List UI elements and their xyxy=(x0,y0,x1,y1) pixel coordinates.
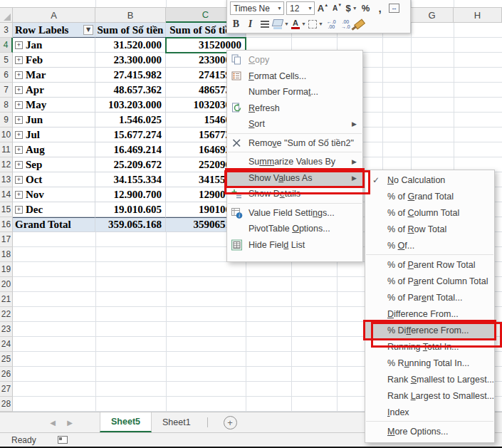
pivot-row-label[interactable]: +Dec xyxy=(13,202,95,217)
row-header-7[interactable]: 7 xyxy=(0,83,13,98)
column-header-H[interactable]: H xyxy=(454,8,502,22)
submenu-item-of[interactable]: % Of... xyxy=(365,237,494,254)
next-sheet-arrow-icon[interactable]: ▶ xyxy=(61,412,78,432)
row-header-8[interactable]: 8 xyxy=(0,98,13,113)
pivot-value-sum1[interactable]: 15.677.274 xyxy=(95,127,166,142)
pivot-value-sum1[interactable]: 1.546.025 xyxy=(95,113,166,127)
menu-item-show-details[interactable]: Show Details xyxy=(227,186,362,202)
row-header-18[interactable]: 18 xyxy=(0,247,13,262)
pivot-row-label[interactable]: +Jul xyxy=(13,127,95,142)
row-header-22[interactable]: 22 xyxy=(0,307,13,322)
row-header-15[interactable]: 15 xyxy=(0,202,13,217)
submenu-item-of-parent-row-total[interactable]: % of Parent Row Total xyxy=(365,256,494,273)
comma-style-icon[interactable]: , xyxy=(374,1,386,15)
merge-center-icon[interactable]: ↔ xyxy=(388,1,400,15)
row-header-6[interactable]: 6 xyxy=(0,68,13,83)
font-name-combo[interactable]: Times Ne ▼ xyxy=(230,1,284,15)
row-header-11[interactable]: 11 xyxy=(0,142,13,157)
row-header-25[interactable]: 25 xyxy=(0,352,13,367)
row-header-13[interactable]: 13 xyxy=(0,172,13,187)
row-header-16[interactable]: 16 xyxy=(0,217,13,232)
column-header-G[interactable]: G xyxy=(411,8,454,22)
row-header-14[interactable]: 14 xyxy=(0,187,13,202)
pivot-row-label[interactable]: +Mar xyxy=(13,68,95,83)
row-header-19[interactable]: 19 xyxy=(0,262,13,277)
pivot-value-sum1[interactable]: 12.900.700 xyxy=(95,187,166,202)
submenu-item-of-row-total[interactable]: % of Row Total xyxy=(365,221,494,237)
pivot-grand-total-label[interactable]: Grand Total xyxy=(13,217,95,232)
pivot-row-label[interactable]: +Jun xyxy=(13,113,95,127)
row-header-21[interactable]: 21 xyxy=(0,292,13,307)
expand-button[interactable]: + xyxy=(15,206,23,214)
macro-record-icon[interactable] xyxy=(58,436,68,444)
sheet-tab-sheet1[interactable]: Sheet1 xyxy=(152,412,202,432)
submenu-item-of-grand-total[interactable]: % of Grand Total xyxy=(365,188,494,204)
font-color-icon[interactable]: A▼ xyxy=(291,17,306,31)
pivot-grand-total-sum1[interactable]: 359.065.168 xyxy=(95,217,166,232)
pivot-row-label[interactable]: +Aug xyxy=(13,142,95,157)
submenu-item-difference-from[interactable]: % Difference From... xyxy=(365,322,494,338)
italic-icon[interactable]: I xyxy=(244,17,256,31)
row-header-27[interactable]: 27 xyxy=(0,382,13,397)
fill-color-icon[interactable]: ▼ xyxy=(273,17,289,31)
increase-decimal-icon[interactable]: ←.0.00 xyxy=(325,17,338,31)
pivot-row-label[interactable]: +Apr xyxy=(13,83,95,98)
bold-icon[interactable]: B xyxy=(230,17,242,31)
submenu-item-running-total-in[interactable]: % Running Total In... xyxy=(365,355,494,371)
pivot-value-sum1[interactable]: 103.203.000 xyxy=(95,98,166,113)
pivot-value-sum1[interactable]: 23.300.000 xyxy=(95,53,166,68)
submenu-item-difference-from[interactable]: Difference From... xyxy=(365,306,494,322)
menu-item-show-values-as[interactable]: Show Values As▶ xyxy=(227,170,362,187)
expand-button[interactable]: + xyxy=(15,86,23,94)
row-header-23[interactable]: 23 xyxy=(0,322,13,337)
column-header-A[interactable]: A xyxy=(13,8,95,22)
expand-button[interactable]: + xyxy=(15,71,23,79)
row-header-20[interactable]: 20 xyxy=(0,277,13,292)
center-align-icon[interactable] xyxy=(258,17,271,31)
menu-item-copy[interactable]: Copy xyxy=(227,52,362,68)
row-header-26[interactable]: 26 xyxy=(0,367,13,382)
submenu-item-no-calculation[interactable]: ✓No Calculation xyxy=(365,172,494,188)
sheet-tab-sheet5[interactable]: Sheet5 xyxy=(100,412,152,432)
previous-sheet-arrow-icon[interactable]: ◀ xyxy=(44,412,61,432)
pivot-value-sum1[interactable]: 27.415.982 xyxy=(95,68,166,83)
pivot-row-label[interactable]: +Oct xyxy=(13,172,95,187)
submenu-item-of-parent-total[interactable]: % of Parent Total... xyxy=(365,289,494,306)
menu-item-pivottable-options[interactable]: PivotTable Options... xyxy=(227,221,362,237)
format-painter-icon[interactable] xyxy=(354,17,366,31)
submenu-item-of-parent-column-total[interactable]: % of Parent Column Total xyxy=(365,273,494,289)
column-header-B[interactable]: B xyxy=(95,8,166,22)
row-header-10[interactable]: 10 xyxy=(0,127,13,142)
pivot-value-sum1[interactable]: 25.209.672 xyxy=(95,157,166,172)
pivot-row-label[interactable]: +Jan xyxy=(13,38,95,53)
pivot-value-sum1[interactable]: 34.155.334 xyxy=(95,172,166,187)
pivot-value-sum1[interactable]: 48.657.362 xyxy=(95,83,166,98)
pivot-value-sum1[interactable]: 19.010.605 xyxy=(95,202,166,217)
pivot-header-row-labels[interactable]: Row Labels▼ xyxy=(13,23,95,38)
percent-style-icon[interactable]: % xyxy=(360,1,372,15)
row-header-4[interactable]: 4 xyxy=(0,38,13,53)
decrease-font-icon[interactable]: A▼ xyxy=(331,1,343,15)
expand-button[interactable]: + xyxy=(15,146,23,154)
menu-item-remove-sum-of-s-ti-n2[interactable]: Remove "Sum of Số tiền2" xyxy=(227,135,362,152)
submenu-item-more-options[interactable]: More Options... xyxy=(365,423,494,439)
menu-item-value-field-settings[interactable]: iValue Field Settings... xyxy=(227,205,362,222)
row-header-9[interactable]: 9 xyxy=(0,113,13,127)
expand-button[interactable]: + xyxy=(15,41,23,49)
menu-item-number-format[interactable]: Number Format... xyxy=(227,84,362,100)
pivot-row-label[interactable]: +May xyxy=(13,98,95,113)
row-labels-filter-button[interactable]: ▼ xyxy=(83,25,93,35)
expand-button[interactable]: + xyxy=(15,131,23,139)
expand-button[interactable]: + xyxy=(15,116,23,124)
font-size-combo[interactable]: 12 ▼ xyxy=(286,1,315,15)
menu-item-refresh[interactable]: Refresh xyxy=(227,100,362,117)
expand-button[interactable]: + xyxy=(15,56,23,64)
borders-icon[interactable]: ▼ xyxy=(308,17,323,31)
pivot-header-sum1[interactable]: Sum of Số tiền xyxy=(95,23,166,38)
menu-item-format-cells[interactable]: Format Cells... xyxy=(227,68,362,85)
new-sheet-button[interactable]: + xyxy=(224,416,237,429)
pivot-row-label[interactable]: +Sep xyxy=(13,157,95,172)
row-header-12[interactable]: 12 xyxy=(0,157,13,172)
menu-item-sort[interactable]: Sort▶ xyxy=(227,116,362,132)
menu-item-summarize-values-by[interactable]: Summarize Values By▶ xyxy=(227,154,362,170)
